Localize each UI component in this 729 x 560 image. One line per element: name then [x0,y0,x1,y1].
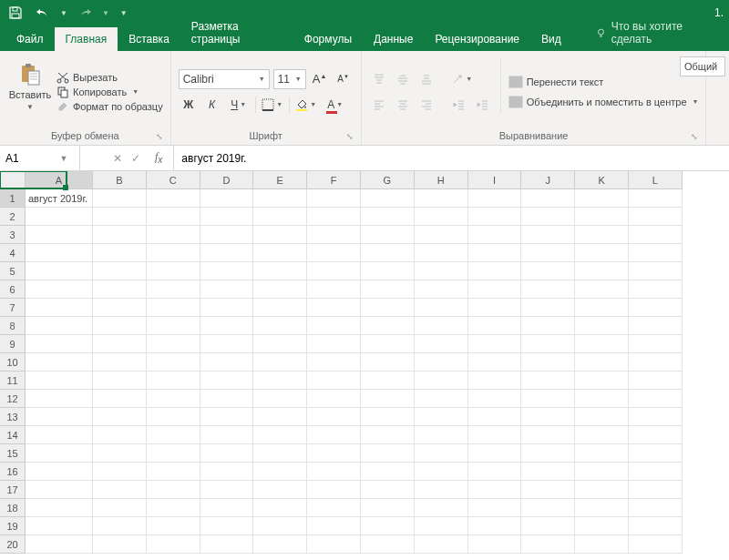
cell[interactable] [147,244,200,262]
cell[interactable] [307,208,361,226]
cell[interactable] [361,499,415,517]
cell[interactable] [307,353,361,372]
copy-button[interactable]: Копировать ▼ [56,86,163,98]
cell[interactable] [307,426,361,444]
cell[interactable] [415,280,468,299]
cell[interactable] [415,481,468,499]
cell[interactable] [415,299,468,317]
cell[interactable]: август 2019г. [26,189,93,208]
cell[interactable] [93,372,147,390]
cell[interactable] [521,335,575,353]
cell[interactable] [468,262,522,280]
cell[interactable] [468,353,522,372]
cell[interactable] [575,299,629,317]
row-header[interactable]: 9 [0,335,26,353]
cell[interactable] [200,444,254,463]
cell[interactable] [93,335,147,353]
cell[interactable] [468,244,522,262]
cell[interactable] [253,353,307,372]
wrap-text-button[interactable]: Перенести текст [508,76,699,88]
cell[interactable] [468,299,522,317]
cell[interactable] [629,535,683,554]
cell[interactable] [415,517,468,535]
row-header[interactable]: 14 [0,426,26,444]
cell[interactable] [26,335,93,353]
cell[interactable] [361,426,415,444]
font-launcher-icon[interactable]: ⤡ [346,132,354,141]
cell[interactable] [307,535,361,554]
column-header[interactable]: E [253,171,307,189]
cell[interactable] [575,444,629,463]
cell[interactable] [361,390,415,408]
cell[interactable] [629,390,683,408]
cell[interactable] [575,372,629,390]
cell[interactable] [93,390,147,408]
row-header[interactable]: 15 [0,444,26,463]
cell[interactable] [629,517,683,535]
cell[interactable] [253,208,307,226]
cell[interactable] [521,299,575,317]
align-top-button[interactable] [369,69,389,89]
cell[interactable] [147,280,200,299]
cell[interactable] [93,299,147,317]
align-right-button[interactable] [416,95,436,115]
cell[interactable] [629,335,683,353]
cell[interactable] [147,535,200,554]
cell[interactable] [253,481,307,499]
cell[interactable] [26,317,93,335]
cell[interactable] [307,444,361,463]
cell[interactable] [200,317,254,335]
cell[interactable] [415,335,468,353]
cell[interactable] [93,189,147,208]
font-color-button[interactable]: A▼ [323,95,348,115]
cell[interactable] [415,426,468,444]
cell[interactable] [521,426,575,444]
row-header[interactable]: 1 [0,189,26,208]
cell[interactable] [307,299,361,317]
cell[interactable] [468,189,522,208]
cell[interactable] [468,426,522,444]
cell[interactable] [575,317,629,335]
cell[interactable] [26,463,93,481]
cell[interactable] [93,244,147,262]
save-icon[interactable] [5,3,26,23]
cell[interactable] [361,463,415,481]
cell[interactable] [521,189,575,208]
chevron-down-icon[interactable]: ▼ [55,154,73,163]
name-box[interactable]: ▼ [0,146,80,170]
cell[interactable] [200,463,254,481]
cell[interactable] [307,481,361,499]
cut-button[interactable]: Вырезать [56,71,163,84]
redo-icon[interactable] [75,3,95,23]
row-header[interactable]: 3 [0,226,26,244]
cell[interactable] [629,226,683,244]
cell[interactable] [200,390,254,408]
cell[interactable] [253,444,307,463]
cell[interactable] [415,535,468,554]
cell[interactable] [26,208,93,226]
cell[interactable] [468,372,522,390]
undo-dropdown-icon[interactable]: ▼ [60,9,67,17]
cell[interactable] [521,463,575,481]
cell[interactable] [200,226,254,244]
cell[interactable] [415,444,468,463]
cell[interactable] [521,481,575,499]
cell[interactable] [26,280,93,299]
cell[interactable] [253,463,307,481]
qat-customize-icon[interactable]: ▼ [120,9,128,17]
select-all-corner[interactable] [0,171,26,189]
cell[interactable] [361,372,415,390]
row-header[interactable]: 12 [0,390,26,408]
paste-button[interactable]: Вставить ▼ [7,55,53,118]
cell[interactable] [93,426,147,444]
cell[interactable] [93,208,147,226]
cell[interactable] [575,280,629,299]
font-name-combo[interactable]: Calibri▼ [179,69,270,89]
cell[interactable] [521,535,575,554]
cell[interactable] [253,408,307,426]
cell[interactable] [521,408,575,426]
cell[interactable] [468,535,522,554]
cell[interactable] [93,262,147,280]
cell[interactable] [361,481,415,499]
fill-color-button[interactable]: ▼ [293,95,319,115]
